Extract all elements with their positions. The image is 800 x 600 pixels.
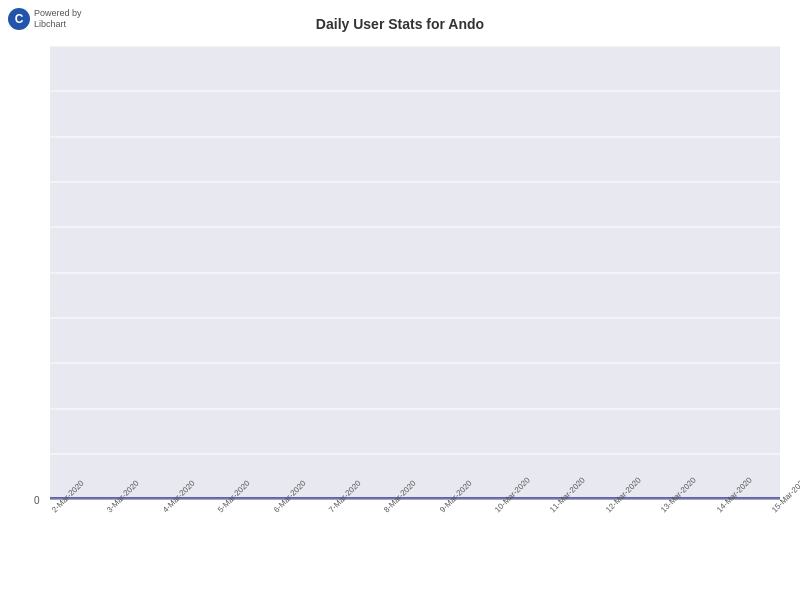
xaxis-label-0: 2-Mar-2020 <box>50 501 63 514</box>
xaxis-label-6: 8-Mar-2020 <box>382 501 395 514</box>
xaxis-label-1: 3-Mar-2020 <box>105 501 118 514</box>
xaxis-label-3: 5-Mar-2020 <box>216 501 229 514</box>
xaxis-label-11: 13-Mar-2020 <box>659 501 672 514</box>
xaxis-label-4: 6-Mar-2020 <box>272 501 285 514</box>
chart-title: Daily User Stats for Ando <box>0 16 800 32</box>
xaxis-label-9: 11-Mar-2020 <box>548 501 561 514</box>
page-container: C Powered by Libchart Daily User Stats f… <box>0 0 800 600</box>
xaxis-label-12: 14-Mar-2020 <box>715 501 728 514</box>
y-axis-zero-label: 0 <box>34 495 40 506</box>
xaxis-label-5: 7-Mar-2020 <box>327 501 340 514</box>
chart-svg <box>50 46 780 500</box>
xaxis-label-8: 10-Mar-2020 <box>493 501 506 514</box>
xaxis-label-2: 4-Mar-2020 <box>161 501 174 514</box>
xaxis-label-13: 15-Mar-2020 <box>770 501 783 514</box>
chart-area <box>50 46 780 500</box>
xaxis-label-7: 9-Mar-2020 <box>438 501 451 514</box>
xaxis-label-10: 12-Mar-2020 <box>604 501 617 514</box>
x-axis-labels: 2-Mar-2020 3-Mar-2020 4-Mar-2020 5-Mar-2… <box>50 500 780 600</box>
